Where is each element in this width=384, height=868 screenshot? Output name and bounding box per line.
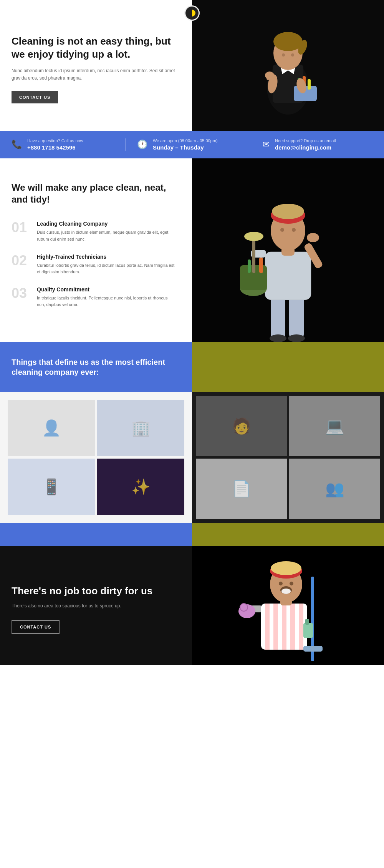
info-label-phone: Have a question? Call us now xyxy=(27,138,83,143)
svg-point-37 xyxy=(244,232,263,241)
svg-rect-45 xyxy=(290,604,295,650)
feature-content-3: Quality Commitment In tristique iaculis … xyxy=(37,286,177,308)
gallery-cell-2 xyxy=(97,400,184,456)
info-item-hours: 🕐 We are open (08:00am - 05:00pm) Sunday… xyxy=(125,138,247,151)
svg-point-54 xyxy=(281,589,291,594)
gallery-sep-right xyxy=(192,523,384,546)
footer-cta-left: There's no job too dirty for us There's … xyxy=(0,546,192,665)
gallery-person-img xyxy=(8,400,95,456)
hero-body: Nunc bibendum lectus id ipsum interdum, … xyxy=(12,67,177,82)
gallery-cell-4 xyxy=(97,459,184,515)
features-left: We will make any place clean, neat, and … xyxy=(0,158,192,342)
gallery-right xyxy=(192,392,384,523)
info-label-email: Need support? Drop us an email xyxy=(275,138,336,143)
feature-title-3: Quality Commitment xyxy=(37,286,177,293)
features-section: We will make any place clean, neat, and … xyxy=(0,158,384,342)
phone-icon: 📞 xyxy=(12,140,22,150)
gallery-separator xyxy=(0,523,384,546)
hero-heading: Cleaning is not an easy thing, but we en… xyxy=(12,35,177,61)
svg-rect-43 xyxy=(273,604,278,650)
features-heading: We will make any place clean, neat, and … xyxy=(12,181,177,205)
cleaner2-illustration xyxy=(228,181,348,342)
svg-rect-44 xyxy=(282,604,286,650)
feature-body-1: Duis cursus, justo in dictum elementum, … xyxy=(37,229,177,243)
info-label-hours: We are open (08:00am - 05:00pm) xyxy=(153,138,218,143)
gallery-cell-8 xyxy=(289,459,380,519)
feature-content-1: Leading Cleaning Company Duis cursus, ju… xyxy=(37,221,177,243)
feature-body-2: Curabitur lobortis gravida tellus, id di… xyxy=(37,262,177,276)
feature-num-2: 02 xyxy=(12,254,31,276)
svg-point-28 xyxy=(272,204,304,219)
gallery-left xyxy=(0,392,192,523)
hero-image xyxy=(192,0,384,131)
svg-rect-60 xyxy=(303,623,313,638)
svg-rect-46 xyxy=(299,604,303,650)
gallery-section xyxy=(0,392,384,523)
info-text-email: Need support? Drop us an email demo@clin… xyxy=(275,138,336,151)
svg-point-30 xyxy=(292,228,296,232)
gallery-team-img xyxy=(289,459,380,519)
features-image xyxy=(192,158,384,342)
info-value-phone: +880 1718 542596 xyxy=(27,144,83,151)
svg-point-7 xyxy=(282,53,285,57)
svg-point-8 xyxy=(291,53,294,57)
nav-dot xyxy=(184,5,200,21)
define-right xyxy=(192,342,384,392)
info-bar: 📞 Have a question? Call us now +880 1718… xyxy=(0,131,384,158)
feature-item-1: 01 Leading Cleaning Company Duis cursus,… xyxy=(12,221,177,243)
svg-rect-19 xyxy=(271,296,285,338)
svg-rect-13 xyxy=(308,79,311,90)
cleaner1-illustration xyxy=(234,3,342,126)
svg-rect-59 xyxy=(303,646,323,652)
svg-rect-23 xyxy=(265,252,311,300)
svg-rect-42 xyxy=(265,604,270,650)
info-item-phone: 📞 Have a question? Call us now +880 1718… xyxy=(12,138,121,151)
info-value-email: demo@clinging.com xyxy=(275,144,336,151)
gallery-cell-3 xyxy=(8,459,95,515)
info-text-phone: Have a question? Call us now +880 1718 5… xyxy=(27,138,83,151)
gallery-office-img xyxy=(97,400,184,456)
gallery-tech-img xyxy=(289,396,380,456)
svg-rect-20 xyxy=(289,296,304,338)
info-item-email: ✉ Need support? Drop us an email demo@cl… xyxy=(251,138,372,151)
svg-point-5 xyxy=(273,32,303,51)
hero-cta-button[interactable]: CONTACT US xyxy=(12,91,58,103)
gallery-sep-left xyxy=(0,523,192,546)
clock-icon: 🕐 xyxy=(137,140,147,150)
feature-num-3: 03 xyxy=(12,286,31,308)
svg-point-29 xyxy=(280,228,284,232)
gallery-tablet-img xyxy=(8,459,95,515)
info-text-hours: We are open (08:00am - 05:00pm) Sunday –… xyxy=(153,138,218,151)
footer-cta-image xyxy=(192,546,384,665)
footer-cta-section: There's no job too dirty for us There's … xyxy=(0,546,384,665)
feature-item-3: 03 Quality Commitment In tristique iacul… xyxy=(12,286,177,308)
svg-point-50 xyxy=(271,561,301,575)
feature-item-2: 02 Highly-Trained Technicians Curabitur … xyxy=(12,254,177,276)
svg-point-21 xyxy=(270,334,286,342)
define-section: Things that define us as the most effici… xyxy=(0,342,384,392)
svg-point-32 xyxy=(307,233,319,242)
cleaner3-illustration xyxy=(228,546,348,665)
svg-point-22 xyxy=(288,334,305,342)
svg-rect-39 xyxy=(248,259,251,273)
footer-cta-heading: There's no job too dirty for us xyxy=(12,585,177,598)
svg-rect-17 xyxy=(266,72,270,80)
feature-body-3: In tristique iaculis tincidunt. Pellente… xyxy=(37,295,177,308)
footer-cta-button[interactable]: CONTACT US xyxy=(12,620,60,634)
gallery-lights-img xyxy=(97,459,184,515)
define-left: Things that define us as the most effici… xyxy=(0,342,192,392)
gallery-paper-img xyxy=(196,459,287,519)
gallery-cell-6 xyxy=(289,396,380,456)
svg-point-52 xyxy=(290,582,293,585)
define-heading: Things that define us as the most effici… xyxy=(12,357,177,377)
gallery-cell-7 xyxy=(196,459,287,519)
feature-title-1: Leading Cleaning Company xyxy=(37,221,177,227)
email-icon: ✉ xyxy=(263,140,270,150)
feature-num-1: 01 xyxy=(12,221,31,243)
svg-point-57 xyxy=(240,604,248,611)
gallery-cell-1 xyxy=(8,400,95,456)
gallery-cell-5 xyxy=(196,396,287,456)
svg-rect-61 xyxy=(305,619,309,625)
svg-point-51 xyxy=(279,582,283,585)
feature-content-2: Highly-Trained Technicians Curabitur lob… xyxy=(37,254,177,276)
